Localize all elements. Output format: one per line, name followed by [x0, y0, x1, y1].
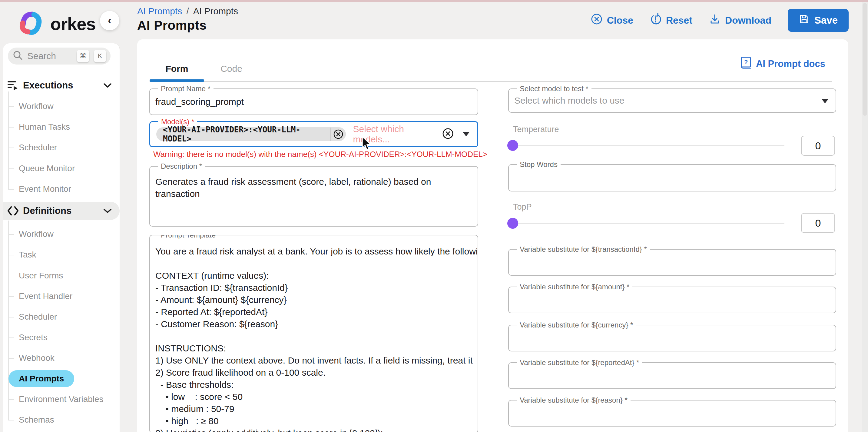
reset-label: Reset — [666, 15, 692, 26]
variable-field-currency[interactable]: Variable substitute for ${currency} * — [508, 325, 836, 351]
sidebar-item-human-tasks[interactable]: Human Tasks — [15, 117, 115, 137]
temperature-label: Temperature — [513, 125, 559, 134]
orkes-logo[interactable]: orkes — [16, 9, 96, 38]
tab-divider — [150, 81, 832, 82]
chip-remove-icon[interactable] — [333, 129, 344, 140]
orkes-logo-text: orkes — [50, 13, 96, 34]
top-strip — [0, 0, 868, 2]
breadcrumb-current: AI Prompts — [193, 6, 238, 17]
stop-words-field[interactable]: Stop Words — [508, 164, 836, 191]
models-field[interactable]: Model(s) * <YOUR-AI-PROVIDER>:<YOUR-LLM-… — [149, 121, 478, 147]
model-chip-text: <YOUR-AI-PROVIDER>:<YOUR-LLM-MODEL> — [163, 125, 325, 143]
sidebar-item-event-monitor[interactable]: Event Monitor — [15, 179, 115, 199]
sidebar-item-webhook[interactable]: Webhook — [15, 348, 115, 368]
variable-label: Variable substitute for ${amount} * — [517, 283, 632, 291]
chevron-down-icon — [103, 83, 112, 88]
item-label: Workflow — [19, 229, 54, 239]
variable-label: Variable substitute for ${reportedAt} * — [517, 359, 642, 367]
variable-field-amount[interactable]: Variable substitute for ${amount} * — [508, 286, 836, 313]
sidebar-item-exec-workflow[interactable]: Workflow — [15, 96, 115, 117]
dropdown-caret-icon[interactable] — [463, 132, 469, 136]
save-button[interactable]: Save — [788, 9, 848, 32]
clear-all-icon[interactable] — [441, 127, 454, 141]
sidebar-section-definitions[interactable]: Definitions — [3, 202, 120, 220]
scrollbar-thumb[interactable] — [863, 3, 867, 116]
k-keycap: K — [94, 50, 106, 62]
sidebar-item-event-handler[interactable]: Event Handler — [15, 286, 115, 307]
stop-words-label: Stop Words — [517, 160, 561, 169]
sidebar-collapse-button[interactable]: ‹ — [100, 11, 119, 30]
variable-field-reason[interactable]: Variable substitute for ${reason} * — [508, 400, 836, 427]
item-label: Scheduler — [19, 143, 57, 152]
prompt-template-value: You are a fraud risk analyst at a bank. … — [150, 236, 477, 432]
model-test-label: Select model to test * — [517, 85, 591, 93]
description-value: Generates a fraud risk assessment (score… — [150, 166, 477, 200]
breadcrumb-separator: / — [186, 6, 189, 17]
item-label: Schemas — [19, 415, 54, 425]
tab-code[interactable]: Code — [204, 58, 259, 80]
temperature-slider-track[interactable] — [508, 145, 784, 146]
executions-icon — [3, 79, 23, 92]
search-input[interactable]: Search ⌘ K — [8, 48, 111, 64]
definitions-tree-line — [8, 220, 9, 421]
sidebar-item-def-scheduler[interactable]: Scheduler — [15, 307, 115, 327]
close-button[interactable]: Close — [591, 13, 633, 28]
docs-link-label: AI Prompt docs — [756, 59, 825, 69]
topp-slider-thumb[interactable] — [507, 218, 518, 229]
tab-form[interactable]: Form — [150, 58, 204, 80]
cmd-keycap: ⌘ — [76, 50, 89, 62]
prompt-template-label: Prompt Template * — [158, 235, 223, 239]
download-button[interactable]: Download — [709, 13, 771, 28]
model-chip: <YOUR-AI-PROVIDER>:<YOUR-LLM-MODEL> — [156, 127, 346, 141]
dropdown-caret-icon[interactable] — [822, 99, 828, 103]
sidebar-item-user-forms[interactable]: User Forms — [15, 266, 115, 286]
breadcrumb: AI Prompts / AI Prompts — [137, 6, 238, 17]
sidebar-item-schemas[interactable]: Schemas — [15, 409, 115, 430]
tab-active-underline — [150, 80, 204, 82]
search-icon — [13, 50, 23, 62]
page-title: AI Prompts — [137, 18, 207, 33]
variable-label: Variable substitute for ${transactionId}… — [517, 245, 650, 253]
save-icon — [799, 13, 810, 27]
prompt-name-field[interactable]: Prompt Name * fraud_scoring_prompt — [149, 89, 478, 115]
reset-button[interactable]: Reset — [650, 13, 692, 28]
sidebar-item-ai-prompts-active[interactable]: AI Prompts — [8, 370, 74, 387]
topp-value[interactable]: 0 — [801, 213, 835, 233]
temperature-slider-thumb[interactable] — [507, 140, 518, 151]
sidebar-item-queue-monitor[interactable]: Queue Monitor — [15, 158, 115, 179]
item-label: User Forms — [19, 271, 63, 280]
chevron-down-icon — [103, 209, 112, 214]
variable-field-transactionId[interactable]: Variable substitute for ${transactionId}… — [508, 249, 836, 276]
breadcrumb-link[interactable]: AI Prompts — [137, 6, 182, 17]
item-label: Environment Variables — [19, 395, 103, 404]
ai-prompt-docs-link[interactable]: ? AI Prompt docs — [740, 56, 825, 71]
variable-field-reportedAt[interactable]: Variable substitute for ${reportedAt} * — [508, 362, 836, 389]
model-test-select[interactable]: Select model to test * Select which mode… — [508, 89, 836, 113]
code-brackets-icon — [3, 206, 23, 216]
search-placeholder: Search — [27, 51, 72, 61]
item-label: Task — [19, 250, 36, 259]
prompt-template-field[interactable]: Prompt Template * You are a fraud risk a… — [149, 235, 478, 432]
mouse-cursor — [361, 136, 373, 152]
description-field[interactable]: Description * Generates a fraud risk ass… — [149, 166, 478, 226]
sidebar-item-task[interactable]: Task — [15, 245, 115, 265]
reset-icon — [650, 13, 662, 28]
temperature-value[interactable]: 0 — [801, 136, 835, 156]
docs-book-icon: ? — [740, 56, 752, 71]
variable-label: Variable substitute for ${currency} * — [517, 321, 636, 329]
svg-text:?: ? — [744, 59, 748, 65]
sidebar-section-executions[interactable]: Executions — [3, 76, 120, 94]
sidebar-item-environment-variables[interactable]: Environment Variables — [15, 389, 115, 409]
section-label-definitions: Definitions — [23, 206, 103, 216]
topp-slider-track[interactable] — [508, 223, 784, 224]
sidebar-item-exec-scheduler[interactable]: Scheduler — [15, 137, 115, 158]
item-label: Secrets — [19, 333, 48, 342]
sidebar-item-secrets[interactable]: Secrets — [15, 327, 115, 348]
app-root: orkes ‹ AI Prompts / AI Prompts AI Promp… — [0, 0, 868, 432]
models-label: Model(s) * — [158, 118, 197, 126]
download-icon — [709, 13, 721, 28]
close-circle-icon — [591, 13, 603, 28]
sidebar-item-def-workflow[interactable]: Workflow — [15, 224, 115, 245]
item-label: Event Handler — [19, 291, 72, 301]
models-warning: Warning: there is no model(s) with the n… — [153, 150, 487, 159]
